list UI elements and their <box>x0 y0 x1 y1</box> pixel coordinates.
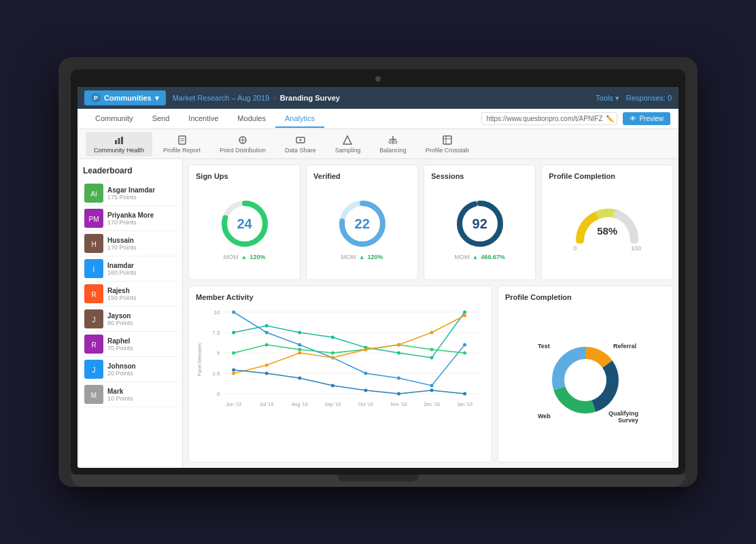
laptop-screen: P Communities ▾ Market Research – Aug 20… <box>78 87 678 468</box>
sessions-mom-arrow: ▲ <box>472 254 479 260</box>
icon-tab-balancing-label: Balancing <box>379 147 407 154</box>
avatar: J <box>84 360 103 379</box>
svg-point-99 <box>463 392 466 396</box>
svg-point-66 <box>430 356 433 360</box>
sessions-mom-label: MOM <box>455 254 470 260</box>
responses-badge: Responses: 0 <box>626 94 672 102</box>
svg-point-68 <box>232 311 235 314</box>
avatar: M <box>84 385 103 404</box>
dropdown-arrow: ▾ <box>155 94 159 103</box>
signups-mom-arrow: ▲ <box>241 254 247 260</box>
tab-send[interactable]: Send <box>143 110 179 128</box>
data-share-icon <box>295 135 306 146</box>
icon-tab-point-distribution[interactable]: Point Distribution <box>211 132 274 156</box>
svg-point-67 <box>463 311 466 314</box>
svg-point-63 <box>331 336 334 339</box>
icon-tab-data-share[interactable]: Data Share <box>277 132 324 156</box>
svg-point-84 <box>232 372 235 375</box>
laptop-base <box>71 475 685 487</box>
list-item: R Raphel70 Points <box>83 332 177 357</box>
svg-point-62 <box>298 331 301 335</box>
icon-tab-profile-crosstab[interactable]: Profile Crosstab <box>417 132 477 156</box>
avatar: H <box>84 234 103 253</box>
top-navbar: P Communities ▾ Market Research – Aug 20… <box>78 87 678 109</box>
bottom-stats-row: Member Activity <box>188 286 673 462</box>
gauge-max: 100 <box>631 245 641 252</box>
svg-point-97 <box>397 392 400 396</box>
profile-completion-donut-card: Profile Completion <box>498 286 673 462</box>
verified-donut-wrapper: 22 MOM ▲ 120% <box>335 184 390 273</box>
svg-point-74 <box>430 384 433 388</box>
svg-point-83 <box>463 352 466 355</box>
icon-navbar: Community Health Profile Report <box>78 129 678 159</box>
icon-tab-balancing[interactable]: Balancing <box>371 132 415 156</box>
svg-point-86 <box>298 352 301 355</box>
svg-rect-14 <box>443 136 451 144</box>
svg-point-82 <box>430 348 433 352</box>
donut-label-referral: Referral <box>613 343 636 350</box>
avatar: AI <box>84 184 103 203</box>
tab-analytics[interactable]: Analytics <box>275 110 324 128</box>
laptop-outer: P Communities ▾ Market Research – Aug 20… <box>58 57 698 487</box>
svg-point-77 <box>265 343 269 347</box>
tab-modules[interactable]: Modules <box>228 110 275 128</box>
icon-tab-profile-crosstab-label: Profile Crosstab <box>426 147 469 154</box>
app-container: P Communities ▾ Market Research – Aug 20… <box>78 87 678 468</box>
svg-text:J: J <box>92 316 96 324</box>
top-stats-row: Sign Ups 24 <box>188 165 673 280</box>
verified-mom-row: MOM ▲ 120% <box>341 254 383 260</box>
svg-text:AI: AI <box>90 190 97 198</box>
laptop-camera <box>375 76 381 82</box>
signups-donut-wrapper: 24 MOM ▲ 120% <box>218 184 272 273</box>
icon-tab-sampling[interactable]: Sampling <box>327 132 369 156</box>
svg-point-93 <box>265 372 269 375</box>
icon-tab-profile-report-label: Profile Report <box>163 147 201 154</box>
icon-tab-data-share-label: Data Share <box>285 147 316 154</box>
list-item: J Johnson20 Points <box>83 357 177 382</box>
second-navbar: Community Send Incentive Modules Analyti… <box>78 109 678 129</box>
dashboard: Sign Ups 24 <box>183 159 678 468</box>
bar-chart-icon <box>114 135 124 146</box>
laptop-notch <box>337 475 419 481</box>
avatar: R <box>84 284 103 303</box>
gauge-pct-value: 58% <box>597 225 617 237</box>
communities-button[interactable]: P Communities ▾ <box>84 90 166 105</box>
tab-community[interactable]: Community <box>86 110 143 128</box>
verified-mom-pct: 120% <box>368 254 383 260</box>
profile-completion-donut-title: Profile Completion <box>505 293 666 301</box>
verified-mom-arrow: ▲ <box>359 254 365 260</box>
line-chart-svg: 10 7.5 5 2.5 0 Panel Members Jun '19 <box>196 305 485 421</box>
tab-incentive[interactable]: Incentive <box>179 110 228 128</box>
screen-bezel: P Communities ▾ Market Research – Aug 20… <box>71 69 685 475</box>
preview-button[interactable]: 👁 Preview <box>623 112 670 125</box>
breadcrumb-link[interactable]: Market Research – Aug 2019 <box>173 94 269 102</box>
svg-point-76 <box>232 352 235 355</box>
verified-donut: 22 <box>335 197 390 251</box>
icon-tab-profile-report[interactable]: Profile Report <box>155 132 209 156</box>
signups-card: Sign Ups 24 <box>188 165 300 280</box>
list-item: PM Priyanka More170 Points <box>83 206 177 231</box>
svg-rect-3 <box>179 136 186 144</box>
balancing-icon <box>388 135 398 146</box>
completion-donut-svg <box>545 339 626 421</box>
donut-label-web: Web <box>538 413 551 420</box>
tools-button[interactable]: Tools ▾ <box>596 94 619 103</box>
icon-tab-community-health[interactable]: Community Health <box>86 132 152 156</box>
signups-donut: 24 <box>218 197 272 251</box>
svg-point-88 <box>364 348 367 352</box>
sampling-icon <box>342 135 353 146</box>
svg-text:PM: PM <box>89 216 99 223</box>
member-activity-card: Member Activity <box>188 286 492 462</box>
svg-text:Aug '19: Aug '19 <box>292 402 308 407</box>
svg-point-94 <box>298 377 301 380</box>
edit-icon[interactable]: ✏️ <box>606 115 614 122</box>
completion-donut-container: Test Referral Web QualifyingSurvey <box>545 339 626 421</box>
svg-rect-1 <box>118 138 120 144</box>
main-nav-tabs: Community Send Incentive Modules Analyti… <box>86 110 481 128</box>
svg-point-60 <box>232 331 235 335</box>
verified-title: Verified <box>313 172 411 180</box>
sessions-value: 92 <box>472 216 487 232</box>
svg-text:Panel Members: Panel Members <box>197 343 202 376</box>
sidebar: Leaderboard AI Asgar Inamdar175 Points P… <box>78 159 183 468</box>
donut-chart-wrapper: Test Referral Web QualifyingSurvey <box>505 305 666 455</box>
